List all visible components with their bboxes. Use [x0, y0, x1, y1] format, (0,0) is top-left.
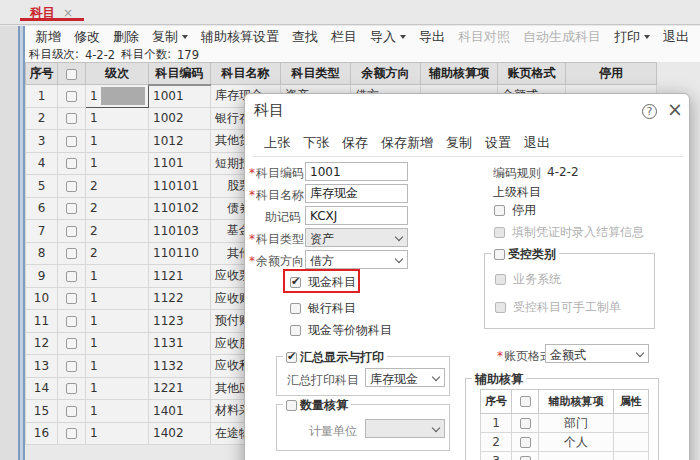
dialog-toolbar-divider	[253, 156, 683, 157]
toolbar-item-导出[interactable]: 导出	[419, 28, 445, 46]
quantity-checkbox[interactable]	[286, 400, 297, 411]
aux-table-row[interactable]: 1部门	[481, 414, 649, 433]
toolbar-item-栏目[interactable]: 栏目	[331, 28, 357, 46]
left-rail	[0, 26, 25, 460]
toolbar-item-辅助核算设置[interactable]: 辅助核算设置	[201, 28, 279, 46]
row-checkbox[interactable]	[66, 428, 77, 439]
row-checkbox[interactable]	[66, 248, 77, 259]
dialog-toolbar-item-设置[interactable]: 设置	[485, 134, 511, 152]
dialog-toolbar-item-保存[interactable]: 保存	[342, 134, 368, 152]
toolbar-item-打印[interactable]: 打印	[614, 28, 650, 46]
aux-table-row[interactable]: 2个人	[481, 433, 649, 452]
aux-table-row[interactable]: 3	[481, 452, 649, 460]
aux-select-all-checkbox[interactable]	[520, 396, 531, 407]
select-all-checkbox[interactable]	[66, 69, 77, 80]
quantity-group: 数量核算 计量单位	[276, 404, 450, 451]
row-checkbox[interactable]	[66, 113, 77, 124]
tab-subject[interactable]: 科目×	[20, 0, 79, 25]
aux-cell-attr	[614, 414, 649, 433]
toolbar-item-label: 栏目	[331, 28, 357, 46]
aux-cell-seq: 2	[481, 433, 512, 452]
dropdown-caret-icon	[400, 35, 406, 39]
cell-code: 1123	[149, 310, 211, 333]
toolbar-item-label: 删除	[113, 28, 139, 46]
field-row-code: 科目编码	[249, 162, 464, 181]
aux-row-checkbox[interactable]	[520, 418, 531, 429]
row-checkbox[interactable]	[66, 293, 77, 304]
aux-cell-select	[512, 452, 539, 460]
cell-seq: 5	[26, 175, 58, 198]
header-辅助核算项: 辅助核算项	[421, 63, 498, 85]
aux-row-checkbox[interactable]	[520, 456, 531, 460]
cell-level: 1	[86, 310, 149, 333]
summary-subject-select[interactable]: 库存现金	[365, 368, 445, 387]
row-checkbox[interactable]	[66, 158, 77, 169]
aux-table: 序号辅助核算项属性 1部门2个人3	[480, 389, 649, 460]
dialog-toolbar-item-复制[interactable]: 复制	[446, 134, 472, 152]
aux-row-checkbox[interactable]	[520, 437, 531, 448]
toolbar-item-查找[interactable]: 查找	[292, 28, 318, 46]
summary-print-checkbox[interactable]	[286, 352, 297, 363]
summary-subject-value: 库存现金	[370, 372, 418, 386]
row-checkbox[interactable]	[66, 406, 77, 417]
page-format-select[interactable]: 金额式	[545, 344, 649, 363]
cell-code: 110103	[149, 220, 211, 243]
cell-select	[58, 175, 86, 198]
manual-voucher-row: 受控科目可手工制单	[495, 299, 621, 316]
toolbar-item-修改[interactable]: 修改	[74, 28, 100, 46]
code-input[interactable]	[305, 162, 408, 181]
row-checkbox[interactable]	[66, 181, 77, 192]
toolbar-item-退出[interactable]: 退出	[663, 28, 689, 46]
dialog-toolbar-item-上张[interactable]: 上张	[264, 134, 290, 152]
row-checkbox[interactable]	[66, 91, 77, 102]
cell-code: 1402	[149, 422, 211, 445]
toolbar-item-新增[interactable]: 新增	[35, 28, 61, 46]
level-value: 4-2-2	[85, 48, 115, 62]
help-icon[interactable]: ?	[642, 104, 657, 119]
cell-select	[58, 265, 86, 288]
toolbar-item-label: 查找	[292, 28, 318, 46]
cell-select	[58, 152, 86, 175]
dialog-toolbar-item-下张[interactable]: 下张	[303, 134, 329, 152]
cell-level: 2	[86, 175, 149, 198]
cell-code: 1001	[149, 85, 211, 108]
toolbar-item-复制[interactable]: 复制	[152, 28, 188, 46]
dialog-toolbar-item-退出[interactable]: 退出	[524, 134, 550, 152]
bank-label: 银行科目	[308, 300, 356, 317]
business-system-checkbox	[495, 274, 506, 285]
row-checkbox[interactable]	[66, 226, 77, 237]
stop-checkbox[interactable]	[494, 205, 505, 216]
toolbar-item-导入[interactable]: 导入	[370, 28, 406, 46]
aux-header-seq: 序号	[481, 390, 512, 414]
mnemonic-input[interactable]	[305, 206, 408, 225]
row-checkbox[interactable]	[66, 136, 77, 147]
bank-checkbox[interactable]	[290, 303, 301, 314]
panel-splitter-handle[interactable]	[18, 26, 25, 460]
cell-select	[58, 130, 86, 153]
dropdown-caret-icon	[182, 35, 188, 39]
cell-seq: 2	[26, 107, 58, 130]
cell-level: 1	[86, 355, 149, 378]
cell-select	[58, 220, 86, 243]
dialog-toolbar-item-保存新增[interactable]: 保存新增	[381, 134, 433, 152]
cash-checkbox[interactable]	[290, 277, 301, 288]
toolbar-item-label: 新增	[35, 28, 61, 46]
dialog-close-icon[interactable]: ×	[667, 98, 683, 120]
cash-equivalent-checkbox[interactable]	[290, 325, 301, 336]
controlled-category-checkbox[interactable]	[494, 249, 505, 260]
name-input[interactable]	[305, 184, 408, 203]
row-checkbox[interactable]	[66, 316, 77, 327]
row-checkbox[interactable]	[66, 271, 77, 282]
type-select-value: 资产	[310, 232, 334, 246]
cell-seq: 13	[26, 355, 58, 378]
toolbar-item-label: 复制	[152, 28, 178, 46]
row-checkbox[interactable]	[66, 338, 77, 349]
toolbar-item-删除[interactable]: 删除	[113, 28, 139, 46]
row-checkbox[interactable]	[66, 203, 77, 214]
row-checkbox[interactable]	[66, 361, 77, 372]
cell-level: 2	[86, 220, 149, 243]
row-checkbox[interactable]	[66, 383, 77, 394]
cell-seq: 14	[26, 377, 58, 400]
type-select[interactable]: 资产	[305, 228, 408, 247]
direction-select[interactable]: 借方	[305, 250, 408, 269]
